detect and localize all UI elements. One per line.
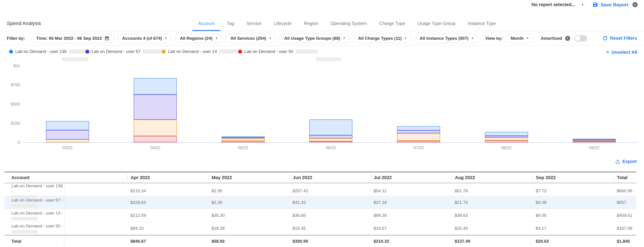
tab-usage-type-group[interactable]: Usage Type Group [418,16,456,31]
legend-item-lab-on-demand-user-50[interactable]: Lab on Demand - user 50 [238,49,318,54]
reset-filters-button[interactable]: Reset Filters [602,36,637,41]
redacted-text [316,57,341,61]
legend-item-lab-on-demand-user-14[interactable]: Lab on Demand - user 14 [162,49,242,54]
spend-analysis-chart: 03/2204/2205/2206/2207/2208/2209/22 $1k$… [0,63,644,154]
chevron-down-icon: ▼ [343,37,346,39]
tab-charge-type[interactable]: Charge Type [379,16,405,31]
filter-pill-usage-type-groups[interactable]: All Usage Type Groups (68)▼ [279,34,350,43]
bar-segment-lab-on-demand-user-136[interactable] [134,78,177,95]
filter-pill-regions[interactable]: All Regions (24)▼ [175,34,222,43]
bar-segment-lab-on-demand-user-57[interactable] [134,94,177,120]
bar-segment-lab-on-demand-user-50[interactable] [573,141,616,142]
account-cell: Lab on Demand - user 50 - [4,222,64,235]
value-cell: $167.08 [614,222,636,235]
export-button[interactable]: Export [615,159,637,164]
bar-segment-lab-on-demand-user-14[interactable] [485,137,528,140]
redacted-text [11,204,38,208]
bar-segment-lab-on-demand-user-50[interactable] [309,141,352,142]
column-header-sep-2022: Sep 2022 [532,174,614,181]
spacer-cell [64,209,127,222]
bar-segment-lab-on-demand-user-50[interactable] [397,141,440,142]
legend-label: Lab on Demand - user 50 [244,49,293,54]
column-header-account: Account [4,174,64,181]
table-header-row: AccountApr 2022May 2022Jun 2022Jul 2022A… [4,172,636,183]
chart-legend: ✕ Unselect All Lab on Demand - user 136L… [9,48,637,62]
bar-segment-lab-on-demand-user-50[interactable] [222,141,265,142]
redacted-text [11,217,38,221]
tab-tag[interactable]: Tag [227,16,234,31]
chevron-down-icon: ▼ [215,37,218,39]
value-cell: $4.05 [532,209,614,222]
bar-segment-lab-on-demand-user-136[interactable] [397,126,440,130]
amortized-toggle[interactable] [575,35,587,41]
total-value-cell: $300.95 [289,236,370,247]
bar-segment-lab-on-demand-user-136[interactable] [309,119,352,135]
value-cell: $18.28 [208,222,290,235]
redacted-text [62,57,88,61]
export-label: Export [622,159,637,164]
value-cell: $557 [614,196,636,209]
bar-segment-lab-on-demand-user-14[interactable] [309,138,352,141]
filter-pill-instance-types[interactable]: All Instance Types (507)▼ [415,34,478,43]
tab-account[interactable]: Account [198,16,214,31]
y-axis-tick-label: $250 [3,121,20,126]
x-axis-tick-label: 06/22 [326,146,336,150]
tab-region[interactable]: Region [304,16,318,31]
spacer-cell [64,196,127,209]
filter-pill-charge-types[interactable]: All Charge Types (11)▼ [353,34,412,43]
value-cell: $328.64 [127,196,208,209]
filter-pill-accounts[interactable]: Accounts 4 (of 674)▼ [117,34,172,43]
account-name: Lab on Demand - user 136 - [11,183,64,194]
view-by-label: View by: [485,36,503,41]
amortized-info-icon[interactable]: i [565,36,570,41]
value-cell: $2.39 [208,196,290,209]
legend-label: Lab on Demand - user 136 [15,49,66,54]
view-by-select[interactable]: Month ▼ [506,34,534,43]
bar-segment-lab-on-demand-user-14[interactable] [397,133,440,141]
bar-segment-lab-on-demand-user-50[interactable] [134,136,177,142]
chevron-down-icon: ▼ [471,37,474,39]
x-axis-tick-label: 07/22 [414,146,424,150]
legend-dot [9,50,13,54]
save-icon [592,2,598,7]
calendar-icon [104,36,109,41]
bar-segment-lab-on-demand-user-57[interactable] [309,135,352,138]
filter-pill-time[interactable]: Time: 06 Mar 2022 - 06 Sep 2022 [31,34,114,43]
legend-dot [238,50,242,54]
legend-dot [86,50,89,54]
filter-pill-label: All Usage Type Groups (68) [284,36,340,41]
total-value-cell: $210.32 [370,236,452,247]
tab-lifecycle[interactable]: Lifecycle [274,16,292,31]
bar-segment-lab-on-demand-user-57[interactable] [485,136,528,137]
bar-segment-lab-on-demand-user-14[interactable] [222,138,265,141]
legend-item-lab-on-demand-user-136[interactable]: Lab on Demand - user 136 [9,49,92,54]
tab-operating-system[interactable]: Operating System [330,16,367,31]
legend-item-lab-on-demand-user-57[interactable]: Lab on Demand - user 57 [86,49,166,54]
info-icon[interactable]: i [632,2,638,7]
chevron-down-icon: ▼ [165,37,167,39]
bar-segment-lab-on-demand-user-57[interactable] [46,130,89,139]
bar-segment-lab-on-demand-user-14[interactable] [46,139,89,142]
column-header-may-2022: May 2022 [208,174,290,181]
tab-instance-type[interactable]: Instance Type [468,16,496,31]
bar-segment-lab-on-demand-user-136[interactable] [485,132,528,136]
amortized-label: Amortized [541,36,562,41]
bar-segment-lab-on-demand-user-50[interactable] [485,140,528,142]
bar-segment-lab-on-demand-user-14[interactable] [134,120,177,136]
unselect-all-label: Unselect All [611,50,637,55]
gridline [24,85,638,85]
y-axis-tick-label: $500 [3,102,20,107]
toggle-knob [575,36,580,41]
report-selector[interactable]: No report selected... ▼ [532,2,584,7]
unselect-all-button[interactable]: ✕ Unselect All [606,49,637,55]
refresh-icon [602,36,608,41]
filter-bar: Filter by: Time: 06 Mar 2022 - 06 Sep 20… [0,31,644,46]
bar-segment-lab-on-demand-user-57[interactable] [397,130,440,133]
account-cell: Lab on Demand - user 14 - [4,209,64,222]
filter-pill-services[interactable]: All Services (254)▼ [226,34,276,43]
tab-service[interactable]: Service [246,16,262,31]
redacted-text [11,195,38,199]
bar-segment-lab-on-demand-user-136[interactable] [46,121,89,130]
value-cell: $38.63 [452,209,533,222]
save-report-button[interactable]: Save Report [592,2,628,7]
